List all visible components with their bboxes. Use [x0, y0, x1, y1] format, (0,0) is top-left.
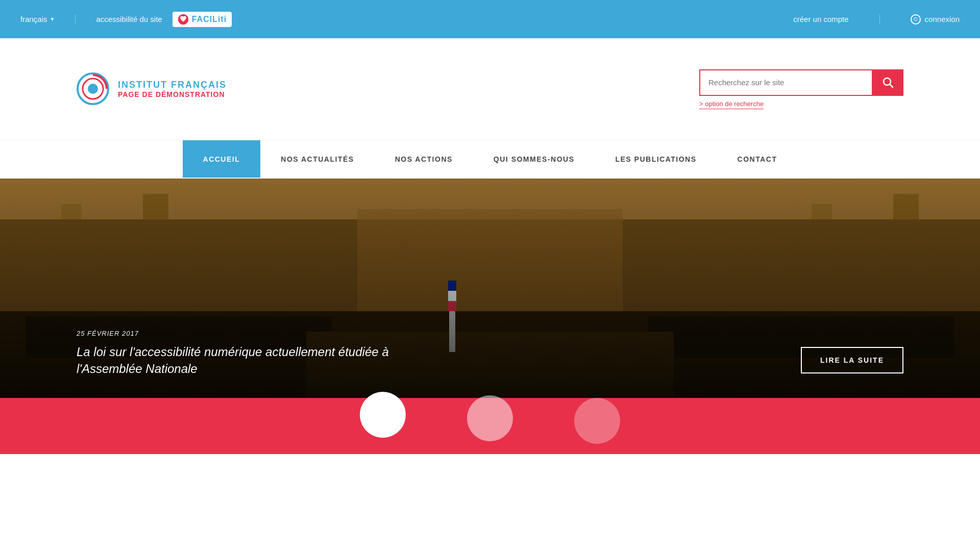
- nav-item-actualites[interactable]: NOS ACTUALITÉS: [260, 140, 374, 178]
- search-area: > option de recherche: [699, 69, 903, 109]
- search-button[interactable]: [873, 69, 903, 96]
- faciliti-heart-icon: [178, 14, 189, 25]
- logo-title: INSTITUT FRANÇAIS: [118, 80, 227, 90]
- nav-item-actions[interactable]: NOS ACTIONS: [375, 140, 473, 178]
- accessibility-link[interactable]: accessibilité du site: [76, 15, 162, 23]
- logo-text: INSTITUT FRANÇAIS PAGE DE DÉMONSTRATION: [118, 80, 227, 98]
- nav-item-contact[interactable]: CONTACT: [717, 140, 798, 178]
- chevron-down-icon: ▼: [50, 16, 55, 22]
- login-icon: ⊙: [911, 14, 921, 24]
- search-icon: [883, 77, 894, 88]
- svg-line-5: [890, 84, 893, 87]
- top-bar-left: français ▼ accessibilité du site FACILit…: [20, 12, 232, 27]
- login-link[interactable]: ⊙ connexion: [911, 14, 960, 24]
- search-input[interactable]: [699, 69, 873, 96]
- faciliti-badge[interactable]: FACILiti: [173, 12, 232, 27]
- create-account-link[interactable]: créer un compte: [793, 15, 879, 23]
- search-row: [699, 69, 903, 96]
- bottom-section: [0, 398, 980, 454]
- language-selector[interactable]: français ▼: [20, 15, 76, 23]
- nav-item-accueil[interactable]: ACCUEIL: [183, 140, 261, 178]
- language-label: français: [20, 15, 47, 23]
- nav-items: ACCUEIL NOS ACTUALITÉS NOS ACTIONS QUI S…: [183, 140, 798, 178]
- faciliti-label: FACILiti: [192, 15, 227, 24]
- svg-point-3: [88, 84, 98, 94]
- bottom-circle-1: [360, 392, 406, 438]
- top-bar: français ▼ accessibilité du site FACILit…: [0, 0, 980, 38]
- header: INSTITUT FRANÇAIS PAGE DE DÉMONSTRATION …: [0, 38, 980, 140]
- bottom-circle-2: [467, 395, 513, 441]
- hero-text: 25 FÉVRIER 2017 La loi sur l'accessibili…: [77, 330, 408, 378]
- nav-bar: ACCUEIL NOS ACTUALITÉS NOS ACTIONS QUI S…: [0, 140, 980, 179]
- top-bar-right: créer un compte ⊙ connexion: [793, 14, 960, 24]
- hero-title: La loi sur l'accessibilité numérique act…: [77, 343, 408, 378]
- hero-date: 25 FÉVRIER 2017: [77, 330, 408, 337]
- hero-content: 25 FÉVRIER 2017 La loi sur l'accessibili…: [0, 330, 980, 378]
- logo-icon: [77, 72, 110, 106]
- read-more-button[interactable]: LIRE LA SUITE: [801, 347, 903, 373]
- bottom-circle-3: [574, 398, 620, 444]
- hero-section: 25 FÉVRIER 2017 La loi sur l'accessibili…: [0, 179, 980, 398]
- logo-subtitle: PAGE DE DÉMONSTRATION: [118, 90, 227, 98]
- search-option-link[interactable]: > option de recherche: [699, 100, 764, 109]
- nav-item-publications[interactable]: LES PUBLICATIONS: [595, 140, 717, 178]
- logo-area: INSTITUT FRANÇAIS PAGE DE DÉMONSTRATION: [77, 72, 227, 106]
- nav-item-qui-sommes-nous[interactable]: QUI SOMMES-NOUS: [473, 140, 595, 178]
